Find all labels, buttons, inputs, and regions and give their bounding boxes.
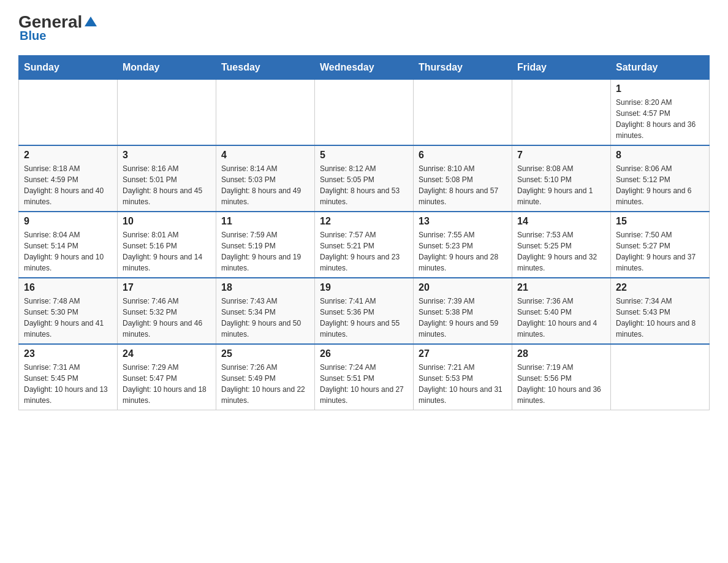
day-number: 12 — [320, 216, 408, 227]
day-info: Sunrise: 8:16 AMSunset: 5:01 PMDaylight:… — [123, 163, 211, 207]
day-info: Sunrise: 8:18 AMSunset: 4:59 PMDaylight:… — [24, 163, 112, 207]
calendar-cell: 23Sunrise: 7:31 AMSunset: 5:45 PMDayligh… — [19, 344, 118, 410]
day-number: 25 — [221, 348, 309, 359]
calendar-cell: 28Sunrise: 7:19 AMSunset: 5:56 PMDayligh… — [512, 344, 611, 410]
calendar-cell — [611, 344, 710, 410]
day-number: 20 — [419, 282, 507, 293]
day-info: Sunrise: 7:57 AMSunset: 5:21 PMDaylight:… — [320, 229, 408, 274]
calendar-cell: 22Sunrise: 7:34 AMSunset: 5:43 PMDayligh… — [611, 278, 710, 344]
calendar-cell: 20Sunrise: 7:39 AMSunset: 5:38 PMDayligh… — [414, 278, 512, 344]
day-number: 7 — [517, 150, 605, 161]
day-number: 6 — [419, 150, 507, 161]
calendar-cell: 27Sunrise: 7:21 AMSunset: 5:53 PMDayligh… — [414, 344, 512, 410]
calendar-cell: 14Sunrise: 7:53 AMSunset: 5:25 PMDayligh… — [512, 212, 611, 278]
page-header: General Blue — [18, 12, 710, 43]
day-info: Sunrise: 8:10 AMSunset: 5:08 PMDaylight:… — [419, 163, 507, 207]
calendar-header-sunday: Sunday — [19, 56, 118, 80]
day-number: 13 — [419, 216, 507, 227]
calendar-cell — [19, 80, 118, 146]
day-info: Sunrise: 8:06 AMSunset: 5:12 PMDaylight:… — [616, 163, 704, 207]
calendar-header-tuesday: Tuesday — [216, 56, 315, 80]
calendar-cell — [512, 80, 611, 146]
day-info: Sunrise: 8:04 AMSunset: 5:14 PMDaylight:… — [24, 229, 112, 274]
calendar-header-row: SundayMondayTuesdayWednesdayThursdayFrid… — [19, 56, 710, 80]
calendar-header-wednesday: Wednesday — [315, 56, 414, 80]
day-info: Sunrise: 7:48 AMSunset: 5:30 PMDaylight:… — [24, 296, 112, 340]
day-number: 17 — [123, 282, 211, 293]
calendar-week-row: 9Sunrise: 8:04 AMSunset: 5:14 PMDaylight… — [19, 212, 710, 278]
calendar-header-saturday: Saturday — [611, 56, 710, 80]
calendar-cell — [315, 80, 414, 146]
calendar-cell: 21Sunrise: 7:36 AMSunset: 5:40 PMDayligh… — [512, 278, 611, 344]
calendar-cell: 26Sunrise: 7:24 AMSunset: 5:51 PMDayligh… — [315, 344, 414, 410]
calendar-header-monday: Monday — [118, 56, 216, 80]
day-number: 23 — [24, 348, 112, 359]
day-info: Sunrise: 8:01 AMSunset: 5:16 PMDaylight:… — [123, 229, 211, 274]
day-info: Sunrise: 8:20 AMSunset: 4:57 PMDaylight:… — [616, 97, 704, 141]
day-number: 28 — [517, 348, 605, 359]
calendar-table: SundayMondayTuesdayWednesdayThursdayFrid… — [18, 55, 710, 410]
logo: General Blue — [18, 12, 97, 43]
day-number: 11 — [221, 216, 309, 227]
day-number: 1 — [616, 83, 704, 94]
calendar-cell: 18Sunrise: 7:43 AMSunset: 5:34 PMDayligh… — [216, 278, 315, 344]
day-number: 2 — [24, 150, 112, 161]
logo-triangle-icon — [85, 17, 97, 26]
day-info: Sunrise: 8:12 AMSunset: 5:05 PMDaylight:… — [320, 163, 408, 207]
day-number: 24 — [123, 348, 211, 359]
day-number: 21 — [517, 282, 605, 293]
calendar-cell: 7Sunrise: 8:08 AMSunset: 5:10 PMDaylight… — [512, 145, 611, 212]
day-number: 10 — [123, 216, 211, 227]
day-info: Sunrise: 7:59 AMSunset: 5:19 PMDaylight:… — [221, 229, 309, 274]
calendar-cell: 13Sunrise: 7:55 AMSunset: 5:23 PMDayligh… — [414, 212, 512, 278]
calendar-cell: 4Sunrise: 8:14 AMSunset: 5:03 PMDaylight… — [216, 145, 315, 212]
day-number: 9 — [24, 216, 112, 227]
day-info: Sunrise: 7:26 AMSunset: 5:49 PMDaylight:… — [221, 362, 309, 406]
calendar-cell: 25Sunrise: 7:26 AMSunset: 5:49 PMDayligh… — [216, 344, 315, 410]
day-info: Sunrise: 7:41 AMSunset: 5:36 PMDaylight:… — [320, 296, 408, 340]
day-number: 22 — [616, 282, 704, 293]
calendar-cell: 2Sunrise: 8:18 AMSunset: 4:59 PMDaylight… — [19, 145, 118, 212]
calendar-week-row: 2Sunrise: 8:18 AMSunset: 4:59 PMDaylight… — [19, 145, 710, 212]
calendar-cell: 19Sunrise: 7:41 AMSunset: 5:36 PMDayligh… — [315, 278, 414, 344]
day-info: Sunrise: 7:29 AMSunset: 5:47 PMDaylight:… — [123, 362, 211, 406]
day-number: 26 — [320, 348, 408, 359]
day-number: 16 — [24, 282, 112, 293]
calendar-cell — [216, 80, 315, 146]
calendar-cell: 16Sunrise: 7:48 AMSunset: 5:30 PMDayligh… — [19, 278, 118, 344]
day-number: 18 — [221, 282, 309, 293]
day-info: Sunrise: 7:55 AMSunset: 5:23 PMDaylight:… — [419, 229, 507, 274]
calendar-cell: 12Sunrise: 7:57 AMSunset: 5:21 PMDayligh… — [315, 212, 414, 278]
day-info: Sunrise: 7:53 AMSunset: 5:25 PMDaylight:… — [517, 229, 605, 274]
calendar-week-row: 16Sunrise: 7:48 AMSunset: 5:30 PMDayligh… — [19, 278, 710, 344]
calendar-cell: 5Sunrise: 8:12 AMSunset: 5:05 PMDaylight… — [315, 145, 414, 212]
day-info: Sunrise: 7:19 AMSunset: 5:56 PMDaylight:… — [517, 362, 605, 406]
day-info: Sunrise: 8:14 AMSunset: 5:03 PMDaylight:… — [221, 163, 309, 207]
calendar-cell: 10Sunrise: 8:01 AMSunset: 5:16 PMDayligh… — [118, 212, 216, 278]
calendar-header-thursday: Thursday — [414, 56, 512, 80]
day-info: Sunrise: 7:46 AMSunset: 5:32 PMDaylight:… — [123, 296, 211, 340]
calendar-cell — [414, 80, 512, 146]
day-number: 14 — [517, 216, 605, 227]
calendar-cell: 1Sunrise: 8:20 AMSunset: 4:57 PMDaylight… — [611, 80, 710, 146]
calendar-cell: 6Sunrise: 8:10 AMSunset: 5:08 PMDaylight… — [414, 145, 512, 212]
day-info: Sunrise: 7:43 AMSunset: 5:34 PMDaylight:… — [221, 296, 309, 340]
day-info: Sunrise: 7:36 AMSunset: 5:40 PMDaylight:… — [517, 296, 605, 340]
calendar-week-row: 1Sunrise: 8:20 AMSunset: 4:57 PMDaylight… — [19, 80, 710, 146]
day-info: Sunrise: 7:31 AMSunset: 5:45 PMDaylight:… — [24, 362, 112, 406]
calendar-cell: 3Sunrise: 8:16 AMSunset: 5:01 PMDaylight… — [118, 145, 216, 212]
day-info: Sunrise: 7:24 AMSunset: 5:51 PMDaylight:… — [320, 362, 408, 406]
calendar-week-row: 23Sunrise: 7:31 AMSunset: 5:45 PMDayligh… — [19, 344, 710, 410]
day-info: Sunrise: 8:08 AMSunset: 5:10 PMDaylight:… — [517, 163, 605, 207]
day-number: 3 — [123, 150, 211, 161]
calendar-cell: 24Sunrise: 7:29 AMSunset: 5:47 PMDayligh… — [118, 344, 216, 410]
day-number: 5 — [320, 150, 408, 161]
day-info: Sunrise: 7:34 AMSunset: 5:43 PMDaylight:… — [616, 296, 704, 340]
day-number: 19 — [320, 282, 408, 293]
day-info: Sunrise: 7:50 AMSunset: 5:27 PMDaylight:… — [616, 229, 704, 274]
calendar-header-friday: Friday — [512, 56, 611, 80]
calendar-cell: 8Sunrise: 8:06 AMSunset: 5:12 PMDaylight… — [611, 145, 710, 212]
day-number: 27 — [419, 348, 507, 359]
calendar-cell: 11Sunrise: 7:59 AMSunset: 5:19 PMDayligh… — [216, 212, 315, 278]
logo-blue-text: Blue — [20, 29, 46, 43]
